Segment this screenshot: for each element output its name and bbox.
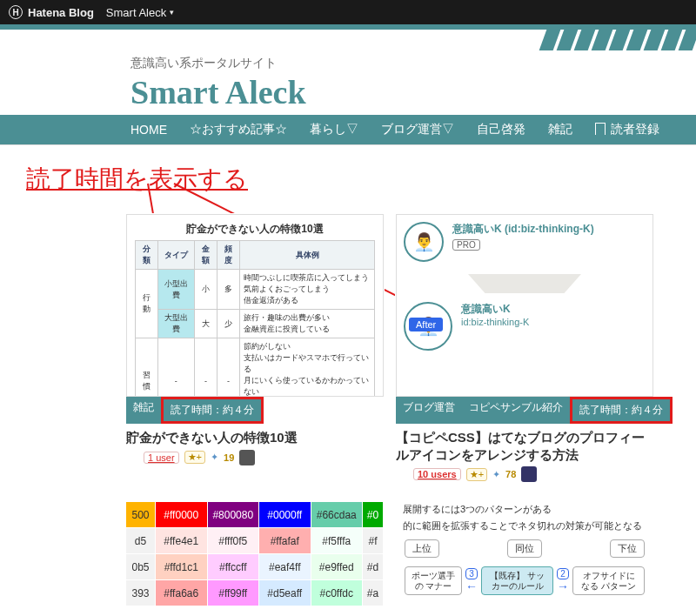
- card1-meta: 1 user ★+ ✦ 19: [126, 450, 384, 465]
- swatch-edge-right: #a: [363, 579, 384, 606]
- swatch-edge-left: 0b5: [126, 553, 156, 579]
- annotation-area: 読了時間を表示する: [0, 145, 696, 204]
- nav-blogops[interactable]: ブログ運営▽: [381, 122, 454, 137]
- nav-home[interactable]: HOME: [130, 123, 167, 137]
- card1-users-badge[interactable]: 1 user: [144, 452, 179, 464]
- swatch-edge-right: #f: [363, 527, 384, 553]
- diagram-levels: 上位 同位 下位: [396, 534, 653, 563]
- th: タイプ: [157, 241, 194, 270]
- node-right: オフサイドになる パターン: [572, 566, 645, 595]
- swatch-edge-left: 500: [126, 501, 156, 527]
- color-swatch: #f5fffa: [311, 527, 364, 553]
- blog-switcher[interactable]: Smart Aleck ▾: [106, 6, 174, 19]
- bookmark-icon: [595, 123, 606, 135]
- level-same: 同位: [507, 539, 542, 558]
- color-swatch: #e9ffed: [311, 553, 364, 579]
- diagram-line1: 展開するには3つのパターンがある: [396, 501, 653, 518]
- site-title[interactable]: Smart Aleck: [130, 73, 696, 111]
- blog-switcher-label: Smart Aleck: [106, 6, 166, 19]
- card1-category-tag[interactable]: 雑記: [126, 397, 161, 424]
- article-card-3[interactable]: 500#ff0000#800080#0000ff#66cdaa#0d5#ffe4…: [125, 500, 385, 606]
- card2-users-badge[interactable]: 10 users: [413, 468, 461, 480]
- swatch-edge-left: 393: [126, 579, 156, 606]
- td: 習慣: [135, 338, 157, 398]
- card1-post-title[interactable]: 貯金ができない人の特徴10選: [126, 429, 384, 446]
- card1-table-head: 分類 タイプ 金額 頻度 具体例: [135, 241, 374, 270]
- pro-badge: PRO: [452, 239, 480, 251]
- td: -: [157, 338, 194, 398]
- card2-star-button[interactable]: ★+: [466, 468, 487, 481]
- td: 大: [194, 310, 217, 338]
- color-swatch: #c0ffdc: [311, 579, 364, 606]
- nav-subscribe[interactable]: 読者登録: [595, 122, 659, 137]
- article-card-2[interactable]: 👨‍💼 意識高いK (id:biz-thinking-K) PRO After …: [395, 213, 654, 483]
- site-header: 意識高い系ポータルサイト Smart Aleck HOME ☆おすすめ記事☆ 暮…: [0, 24, 696, 145]
- article-cards: 貯金ができない人の特徴10選 分類 タイプ 金額 頻度 具体例 行動 小型出費 …: [0, 204, 696, 500]
- td: 少: [217, 310, 239, 338]
- avatar-before: 👨‍💼: [404, 222, 444, 262]
- star-icon: ✦: [211, 452, 218, 463]
- card2-meta: 10 users ★+ ✦ 78: [396, 466, 653, 482]
- card1-avatar[interactable]: [239, 450, 255, 465]
- card1-thumb-title: 貯金ができない人の特徴10選: [127, 222, 383, 237]
- main-nav: HOME ☆おすすめ記事☆ 暮らし▽ ブログ運営▽ 自己啓発 雑記 読者登録: [0, 115, 696, 144]
- card2-category-tag[interactable]: ブログ運営: [396, 397, 462, 424]
- th: 金額: [194, 241, 217, 270]
- hatena-logo[interactable]: H Hatena Blog: [9, 5, 94, 19]
- diagram-line2: 的に範囲を拡張することでネタ切れの対策が可能となる: [396, 518, 653, 534]
- swatch-edge-right: #d: [363, 553, 384, 579]
- star-icon: ✦: [492, 469, 500, 480]
- card1-table: 分類 タイプ 金額 頻度 具体例 行動 小型出費 小 多 時間つぶしに喫茶店に入…: [135, 240, 375, 397]
- node-left: ポーツ選手の マナー: [405, 566, 462, 595]
- card1-tagstrip: 雑記 読了時間：約４分: [126, 397, 384, 424]
- card2-avatar[interactable]: [521, 466, 537, 482]
- card1-star-button[interactable]: ★+: [184, 451, 205, 464]
- profile-name-after: 意識高いK: [461, 302, 529, 317]
- color-swatch: #800080: [208, 501, 260, 527]
- card1-star-count: 19: [224, 452, 234, 463]
- hatena-brand-text: Hatena Blog: [28, 6, 94, 19]
- annotation-title: 読了時間を表示する: [26, 165, 248, 192]
- table-row: 行動 小型出費 小 多 時間つぶしに喫茶店に入ってしまう 気前よくおごってしまう…: [135, 270, 374, 310]
- article-cards-row2: 500#ff0000#800080#0000ff#66cdaa#0d5#ffe4…: [0, 500, 696, 616]
- down-arrow-icon: [468, 274, 581, 293]
- td: -: [217, 338, 239, 398]
- td: 時間つぶしに喫茶店に入ってしまう 気前よくおごってしまう 借金返済がある: [239, 270, 374, 310]
- hatena-logo-icon: H: [9, 5, 23, 19]
- card2-subcategory-tag[interactable]: コピペサンプル紹介: [462, 397, 570, 424]
- color-swatch: #d5eaff: [259, 579, 311, 606]
- color-swatch: #fff0f5: [208, 527, 260, 553]
- card1-read-time-tag: 読了時間：約４分: [161, 397, 264, 424]
- card2-post-title[interactable]: 【コピペCSS】はてなブログのプロフィールアイコンをアレンジする方法: [396, 429, 653, 463]
- td: 小型出費: [157, 270, 194, 310]
- color-swatch: #ff0000: [156, 501, 208, 527]
- card2-thumbnail: 👨‍💼 意識高いK (id:biz-thinking-K) PRO After …: [396, 214, 653, 397]
- article-card-1[interactable]: 貯金ができない人の特徴10選 分類 タイプ 金額 頻度 具体例 行動 小型出費 …: [125, 213, 385, 483]
- color-swatch: #eaf4ff: [259, 553, 311, 579]
- nav-selfdev[interactable]: 自己啓発: [477, 122, 525, 137]
- color-swatch: #ffd1c1: [156, 553, 208, 579]
- td: 旅行・趣味の出費が多い 金融資産に投資している: [239, 310, 374, 338]
- color-swatch: #ff99ff: [208, 579, 260, 606]
- card2-tagstrip: ブログ運営 コピペサンプル紹介 読了時間：約４分: [396, 397, 653, 424]
- td: 節約がしない 支払いはカードやスマホで行っている 月にいくら使っているかわかって…: [239, 338, 374, 398]
- th: 頻度: [217, 241, 239, 270]
- nav-life[interactable]: 暮らし▽: [310, 122, 358, 137]
- table-row: 大型出費 大 少 旅行・趣味の出費が多い 金融資産に投資している: [135, 310, 374, 338]
- article-card-4[interactable]: 展開するには3つのパターンがある 的に範囲を拡張することでネタ切れの対策が可能と…: [395, 500, 654, 606]
- nav-recommend[interactable]: ☆おすすめ記事☆: [190, 122, 287, 137]
- level-up: 上位: [405, 539, 439, 558]
- nav-misc[interactable]: 雑記: [548, 122, 572, 137]
- th: 分類: [135, 241, 157, 270]
- color-swatch: #ffe4e1: [156, 527, 208, 553]
- color-swatch: #ffccff: [208, 553, 260, 579]
- td: -: [194, 338, 217, 398]
- color-swatch-grid: 500#ff0000#800080#0000ff#66cdaa#0d5#ffe4…: [126, 501, 384, 606]
- td: 小: [194, 270, 217, 310]
- level-down: 下位: [610, 539, 645, 558]
- nav-subscribe-label: 読者登録: [611, 122, 659, 136]
- arrow-right: 2→: [557, 568, 569, 593]
- swatch-edge-right: #0: [363, 501, 384, 527]
- profile-id-after: id:biz-thinking-K: [461, 317, 529, 327]
- site-tagline: 意識高い系ポータルサイト: [130, 56, 696, 71]
